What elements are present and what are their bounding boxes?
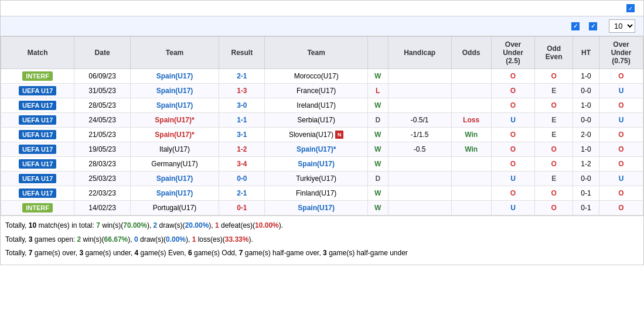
cell-match: UEFA U17 xyxy=(1,98,74,113)
table-header-row: Match Date Team Result Team Handicap Odd… xyxy=(1,37,643,69)
result-score: 3-4 xyxy=(237,160,247,168)
cell-ht: 0-0 xyxy=(573,84,599,98)
table-row: UEFA U17 28/03/23 Germany(U17) 3-4 Spain… xyxy=(1,157,643,172)
cell-team1: Portugal(U17) xyxy=(130,201,219,215)
team1-name: Spain(U17)* xyxy=(155,116,194,124)
match-badge: UEFA U17 xyxy=(19,159,56,169)
cell-ht: 1-0 xyxy=(573,98,599,113)
cell-over-under: O xyxy=(491,98,535,113)
summary-line3: Totally, 7 game(s) over, 3 game(s) under… xyxy=(5,247,639,260)
match-badge: UEFA U17 xyxy=(19,130,56,139)
cell-odds xyxy=(451,157,491,172)
match-badge: UEFA U17 xyxy=(19,174,56,183)
table-row: UEFA U17 31/05/23 Spain(U17) 1-3 France(… xyxy=(1,84,643,98)
cell-handicap xyxy=(388,157,451,172)
interf-filter[interactable] xyxy=(571,22,582,30)
uefa-filter[interactable] xyxy=(589,22,599,30)
outcome-badge: W xyxy=(374,101,381,109)
result-score: 2-1 xyxy=(237,189,247,197)
cell-handicap xyxy=(388,186,451,201)
result-score: 0-1 xyxy=(237,204,247,212)
cell-outcome: W xyxy=(367,142,388,157)
cell-outcome: W xyxy=(367,157,388,172)
odd-even-value: E xyxy=(551,131,556,139)
cell-over-under2: O xyxy=(599,69,643,84)
cell-outcome: W xyxy=(367,69,388,84)
cell-team1: Spain(U17) xyxy=(130,98,219,113)
scores-table: Match Date Team Result Team Handicap Odd… xyxy=(1,36,643,215)
cell-odd-even: O xyxy=(535,201,573,215)
cell-result: 0-1 xyxy=(219,201,265,215)
outcome-badge: D xyxy=(375,174,380,183)
team2-name: Ireland(U17) xyxy=(297,101,336,109)
over-under2-value: O xyxy=(618,101,623,109)
cell-team2: Serbia(U17) xyxy=(265,113,367,128)
display-notes-checkbox[interactable] xyxy=(626,4,635,12)
cell-date: 14/02/23 xyxy=(74,201,130,215)
cell-odd-even: O xyxy=(535,157,573,172)
cell-outcome: W xyxy=(367,186,388,201)
over-under2-value: U xyxy=(619,174,624,183)
odd-even-value: E xyxy=(551,116,556,124)
cell-outcome: W xyxy=(367,98,388,113)
interf-checkbox[interactable] xyxy=(571,22,580,30)
match-badge: UEFA U17 xyxy=(19,115,56,125)
cell-handicap: -0.5/1 xyxy=(388,113,451,128)
table-row: INTERF 06/09/23 Spain(U17) 2-1 Morocco(U… xyxy=(1,69,643,84)
games-select[interactable]: 5 10 15 20 25 30 xyxy=(609,19,635,33)
cell-over-under: U xyxy=(491,113,535,128)
filter-bar: 5 10 15 20 25 30 xyxy=(0,16,644,36)
cell-over-under2: O xyxy=(599,186,643,201)
team2-name: Spain(U17)* xyxy=(297,145,336,153)
outcome-badge: W xyxy=(374,72,381,80)
team2-name: Spain(U17) xyxy=(298,160,335,168)
cell-odd-even: E xyxy=(535,172,573,186)
uefa-checkbox[interactable] xyxy=(589,22,597,30)
result-score: 3-1 xyxy=(237,131,247,139)
team1-name: Germany(U17) xyxy=(151,160,197,168)
cell-match: UEFA U17 xyxy=(1,172,74,186)
cell-date: 06/09/23 xyxy=(74,69,130,84)
cell-team1: Spain(U17) xyxy=(130,172,219,186)
cell-match: UEFA U17 xyxy=(1,157,74,172)
cell-team1: Spain(U17) xyxy=(130,69,219,84)
col-over-under2: OverUnder(0.75) xyxy=(599,37,643,69)
cell-team1: Spain(U17)* xyxy=(130,113,219,128)
cell-match: UEFA U17 xyxy=(1,84,74,98)
odd-even-value: O xyxy=(551,160,557,168)
over-under-value: O xyxy=(510,87,516,95)
last-games-filter: 5 10 15 20 25 30 xyxy=(606,19,638,33)
team2-name: Morocco(U17) xyxy=(294,72,339,80)
cell-odds: Win xyxy=(451,142,491,157)
over-under-value: O xyxy=(510,131,516,139)
cell-match: UEFA U17 xyxy=(1,113,74,128)
cell-handicap xyxy=(388,69,451,84)
cell-result: 3-0 xyxy=(219,98,265,113)
cell-odds xyxy=(451,98,491,113)
col-team1: Team xyxy=(130,37,219,69)
odds-value: Loss xyxy=(463,116,479,124)
cell-match: INTERF xyxy=(1,69,74,84)
outcome-badge: W xyxy=(374,204,381,212)
cell-date: 21/05/23 xyxy=(74,128,130,142)
odds-value: Win xyxy=(465,145,478,153)
team2-name: Serbia(U17) xyxy=(297,116,335,124)
cell-handicap xyxy=(388,172,451,186)
cell-over-under2: U xyxy=(599,172,643,186)
cell-handicap xyxy=(388,84,451,98)
cell-odds xyxy=(451,186,491,201)
cell-ht: 1-0 xyxy=(573,69,599,84)
cell-team2: Spain(U17) xyxy=(265,157,367,172)
cell-ht: 0-1 xyxy=(573,186,599,201)
col-over-under: OverUnder(2.5) xyxy=(491,37,535,69)
cell-over-under: U xyxy=(491,201,535,215)
cell-over-under2: O xyxy=(599,157,643,172)
over-under-value: O xyxy=(510,145,516,153)
cell-date: 31/05/23 xyxy=(74,84,130,98)
match-badge: INTERF xyxy=(22,203,53,213)
cell-date: 22/03/23 xyxy=(74,186,130,201)
cell-odds: Win xyxy=(451,128,491,142)
summary-section: Totally, 10 match(es) in total: 7 win(s)… xyxy=(0,216,644,265)
result-score: 0-0 xyxy=(237,174,247,183)
cell-result: 1-1 xyxy=(219,113,265,128)
